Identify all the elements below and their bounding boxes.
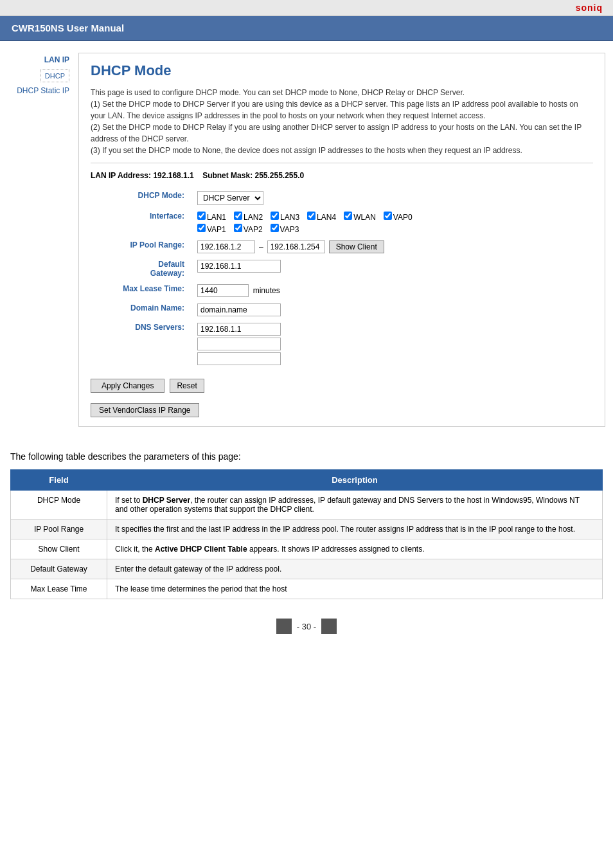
dns-servers-value (193, 320, 593, 368)
dns-server-1-input[interactable] (197, 323, 281, 336)
domain-name-input[interactable] (197, 303, 281, 316)
cb-lan4-input[interactable] (307, 212, 315, 220)
cb-lan3[interactable]: LAN3 (271, 212, 299, 222)
ip-pool-start-input[interactable] (197, 240, 255, 253)
field-dns-servers: DNS Servers: (91, 320, 593, 368)
cb-lan2[interactable]: LAN2 (234, 212, 263, 222)
panel-description: This page is used to configure DHCP mode… (91, 87, 593, 163)
cb-vap1[interactable]: VAP1 (197, 224, 226, 234)
active-dhcp-bold: Active DHCP Client Table (155, 545, 247, 554)
dhcp-mode-select[interactable]: DHCP Server DHCP Relay None (197, 191, 263, 205)
dns-inputs (197, 323, 589, 365)
row-show-client-field: Show Client (11, 539, 107, 559)
apply-changes-button[interactable]: Apply Changes (91, 379, 164, 393)
lan-ip-info: LAN IP Address: 192.168.1.1 Subnet Mask:… (91, 171, 593, 180)
field-default-gateway: DefaultGateway: (91, 257, 593, 281)
cb-vap2-input[interactable] (234, 224, 242, 232)
below-section: The following table describes the parame… (0, 439, 613, 612)
row-max-lease-desc: The lease time determines the period tha… (107, 579, 603, 599)
cb-wlan[interactable]: WLAN (344, 212, 376, 222)
row-ip-pool-field: IP Pool Range (11, 520, 107, 539)
cb-lan2-input[interactable] (234, 212, 242, 220)
ip-pool-end-input[interactable] (267, 240, 325, 253)
page-number: - 30 - (297, 622, 316, 631)
sidebar-item-dhcp[interactable]: DHCP (40, 69, 69, 82)
field-ip-pool-range: IP Pool Range: – Show Client (91, 237, 593, 257)
dhcp-mode-label: DHCP Mode: (91, 188, 193, 208)
cb-vap3[interactable]: VAP3 (271, 224, 299, 234)
row-default-gateway-field: Default Gateway (11, 559, 107, 579)
page-title-bar: CWR150NS User Manual (0, 16, 613, 41)
page-title: CWR150NS User Manual (12, 23, 124, 33)
default-gateway-label: DefaultGateway: (91, 257, 193, 281)
dhcp-server-bold: DHCP Server (143, 496, 190, 505)
domain-name-label: Domain Name: (91, 300, 193, 320)
field-domain-name: Domain Name: (91, 300, 593, 320)
row-dhcp-mode-field: DHCP Mode (11, 491, 107, 520)
sidebar-item-dhcp-static-ip[interactable]: DHCP Static IP (8, 84, 73, 98)
cb-vap0[interactable]: VAP0 (384, 212, 413, 222)
cb-vap2[interactable]: VAP2 (234, 224, 263, 234)
ip-pool-label: IP Pool Range: (91, 237, 193, 257)
interface-checkboxes: LAN1 LAN2 LAN3 LAN4 WLAN VAP0 VAP1 VAP2 … (193, 208, 593, 237)
top-header: soniq (0, 0, 613, 16)
cb-wlan-input[interactable] (344, 212, 352, 220)
dhcp-mode-value: DHCP Server DHCP Relay None (193, 188, 593, 208)
vendor-btn-container: Set VendorClass IP Range (91, 398, 593, 417)
dns-servers-label: DNS Servers: (91, 320, 193, 368)
field-max-lease-time: Max Lease Time: minutes (91, 281, 593, 300)
table-row: Default Gateway Enter the default gatewa… (11, 559, 603, 579)
interface-row: LAN1 LAN2 LAN3 LAN4 WLAN VAP0 (197, 212, 589, 222)
field-dhcp-mode: DHCP Mode: DHCP Server DHCP Relay None (91, 188, 593, 208)
row-show-client-desc: Click it, the Active DHCP Client Table a… (107, 539, 603, 559)
ip-pool-row: – Show Client (197, 240, 589, 253)
max-lease-time-input[interactable] (197, 284, 249, 297)
col-field-header: Field (11, 470, 107, 491)
dns-server-3-input[interactable] (197, 352, 281, 365)
footer-left-square (276, 619, 292, 634)
default-gateway-input[interactable] (197, 260, 281, 273)
main-content: LAN IP DHCP DHCP Static IP DHCP Mode Thi… (0, 41, 613, 439)
row-ip-pool-desc: It specifies the first and the last IP a… (107, 520, 603, 539)
cb-vap3-input[interactable] (271, 224, 279, 232)
table-row: Show Client Click it, the Active DHCP Cl… (11, 539, 603, 559)
reset-button[interactable]: Reset (170, 379, 204, 393)
panel: DHCP Mode This page is used to configure… (78, 53, 605, 427)
ip-pool-value: – Show Client (193, 237, 593, 257)
brand-logo: soniq (576, 3, 603, 13)
cb-lan1[interactable]: LAN1 (197, 212, 226, 222)
cb-vap0-input[interactable] (384, 212, 392, 220)
row-max-lease-field: Max Lease Time (11, 579, 107, 599)
table-row: DHCP Mode If set to DHCP Server, the rou… (11, 491, 603, 520)
table-row: IP Pool Range It specifies the first and… (11, 520, 603, 539)
minutes-label: minutes (253, 286, 280, 295)
cb-lan1-input[interactable] (197, 212, 206, 220)
col-description-header: Description (107, 470, 603, 491)
interface-label: Interface: (91, 208, 193, 237)
page-footer: - 30 - (0, 612, 613, 640)
set-vendorclass-ip-range-button[interactable]: Set VendorClass IP Range (91, 403, 199, 417)
cb-lan3-input[interactable] (271, 212, 279, 220)
show-client-button[interactable]: Show Client (329, 240, 384, 253)
domain-name-value (193, 300, 593, 320)
panel-title: DHCP Mode (91, 62, 593, 79)
table-row: Max Lease Time The lease time determines… (11, 579, 603, 599)
cb-vap1-input[interactable] (197, 224, 206, 232)
action-buttons: Apply Changes Reset (91, 379, 593, 393)
default-gateway-value (193, 257, 593, 281)
interface-row-2: VAP1 VAP2 VAP3 (197, 224, 589, 234)
row-dhcp-mode-desc: If set to DHCP Server, the router can as… (107, 491, 603, 520)
field-interface: Interface: LAN1 LAN2 LAN3 LAN4 WLAN VAP0… (91, 208, 593, 237)
max-lease-time-label: Max Lease Time: (91, 281, 193, 300)
dns-server-2-input[interactable] (197, 338, 281, 350)
ip-range-dash: – (259, 242, 263, 251)
below-heading: The following table describes the parame… (10, 451, 603, 462)
sidebar: LAN IP DHCP DHCP Static IP (8, 53, 78, 427)
cb-lan4[interactable]: LAN4 (307, 212, 336, 222)
sidebar-item-lan-ip[interactable]: LAN IP (8, 53, 73, 67)
max-lease-time-value: minutes (193, 281, 593, 300)
row-default-gateway-desc: Enter the default gateway of the IP addr… (107, 559, 603, 579)
footer-right-square (321, 619, 337, 634)
description-table: Field Description DHCP Mode If set to DH… (10, 469, 603, 599)
form-table: DHCP Mode: DHCP Server DHCP Relay None I… (91, 188, 593, 368)
